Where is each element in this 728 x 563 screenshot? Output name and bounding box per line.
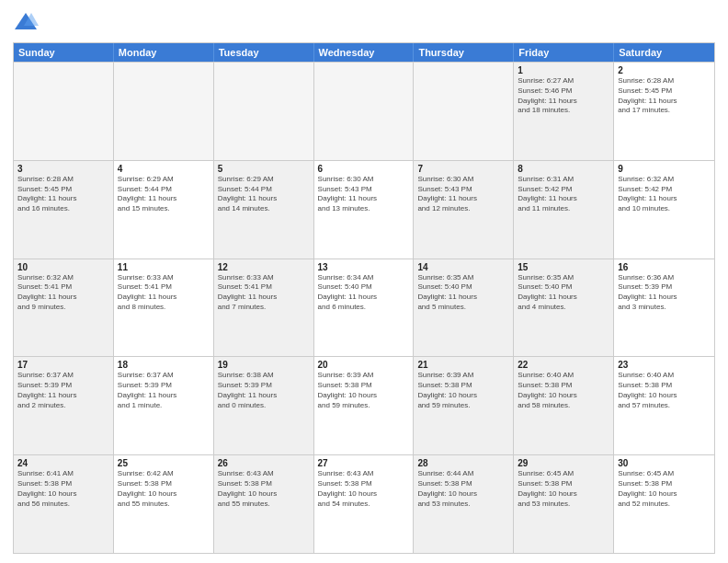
day-number: 4 — [118, 164, 210, 174]
day-info: Sunrise: 6:36 AM Sunset: 5:39 PM Dayligh… — [618, 273, 711, 313]
cal-cell — [14, 63, 114, 160]
cal-header-sunday: Sunday — [14, 43, 114, 62]
day-number: 7 — [417, 164, 509, 174]
cal-cell: 5Sunrise: 6:29 AM Sunset: 5:44 PM Daylig… — [214, 161, 314, 259]
cal-cell: 22Sunrise: 6:40 AM Sunset: 5:38 PM Dayli… — [514, 357, 614, 454]
cal-week-1: 1Sunrise: 6:27 AM Sunset: 5:46 PM Daylig… — [14, 62, 714, 160]
cal-cell: 25Sunrise: 6:42 AM Sunset: 5:38 PM Dayli… — [114, 455, 214, 553]
logo-icon — [13, 9, 39, 35]
cal-header-friday: Friday — [514, 43, 614, 62]
day-number: 20 — [318, 360, 410, 370]
day-number: 22 — [518, 360, 609, 370]
cal-cell: 26Sunrise: 6:43 AM Sunset: 5:38 PM Dayli… — [214, 455, 314, 553]
day-info: Sunrise: 6:33 AM Sunset: 5:41 PM Dayligh… — [118, 273, 210, 313]
day-info: Sunrise: 6:40 AM Sunset: 5:38 PM Dayligh… — [618, 371, 711, 410]
cal-cell: 18Sunrise: 6:37 AM Sunset: 5:39 PM Dayli… — [114, 357, 214, 454]
day-number: 28 — [417, 458, 509, 468]
cal-cell: 17Sunrise: 6:37 AM Sunset: 5:39 PM Dayli… — [14, 357, 114, 454]
day-number: 9 — [618, 164, 711, 174]
day-number: 11 — [118, 262, 210, 272]
day-info: Sunrise: 6:28 AM Sunset: 5:45 PM Dayligh… — [618, 76, 711, 116]
cal-cell: 10Sunrise: 6:32 AM Sunset: 5:41 PM Dayli… — [14, 259, 114, 357]
day-number: 14 — [417, 262, 509, 272]
day-info: Sunrise: 6:29 AM Sunset: 5:44 PM Dayligh… — [118, 175, 210, 214]
day-info: Sunrise: 6:33 AM Sunset: 5:41 PM Dayligh… — [218, 273, 310, 313]
day-number: 29 — [518, 458, 609, 468]
cal-cell: 29Sunrise: 6:45 AM Sunset: 5:38 PM Dayli… — [514, 455, 614, 553]
cal-header-thursday: Thursday — [414, 43, 514, 62]
cal-cell: 13Sunrise: 6:34 AM Sunset: 5:40 PM Dayli… — [314, 259, 415, 357]
cal-cell: 23Sunrise: 6:40 AM Sunset: 5:38 PM Dayli… — [614, 357, 714, 454]
cal-cell: 3Sunrise: 6:28 AM Sunset: 5:45 PM Daylig… — [14, 161, 114, 259]
day-number: 5 — [218, 164, 310, 174]
cal-cell — [214, 63, 314, 160]
day-info: Sunrise: 6:45 AM Sunset: 5:38 PM Dayligh… — [518, 469, 609, 509]
day-info: Sunrise: 6:30 AM Sunset: 5:43 PM Dayligh… — [318, 175, 410, 214]
cal-cell — [314, 63, 415, 160]
cal-cell: 15Sunrise: 6:35 AM Sunset: 5:40 PM Dayli… — [514, 259, 614, 357]
day-info: Sunrise: 6:44 AM Sunset: 5:38 PM Dayligh… — [417, 469, 509, 509]
calendar-header-row: SundayMondayTuesdayWednesdayThursdayFrid… — [14, 43, 714, 62]
calendar: SundayMondayTuesdayWednesdayThursdayFrid… — [13, 42, 715, 554]
cal-week-3: 10Sunrise: 6:32 AM Sunset: 5:41 PM Dayli… — [14, 259, 714, 357]
day-info: Sunrise: 6:32 AM Sunset: 5:41 PM Dayligh… — [17, 273, 109, 313]
cal-cell: 11Sunrise: 6:33 AM Sunset: 5:41 PM Dayli… — [114, 259, 214, 357]
cal-header-wednesday: Wednesday — [314, 43, 415, 62]
day-info: Sunrise: 6:34 AM Sunset: 5:40 PM Dayligh… — [318, 273, 410, 313]
day-number: 1 — [518, 65, 609, 75]
day-info: Sunrise: 6:28 AM Sunset: 5:45 PM Dayligh… — [17, 175, 109, 214]
cal-header-tuesday: Tuesday — [214, 43, 314, 62]
day-info: Sunrise: 6:35 AM Sunset: 5:40 PM Dayligh… — [417, 273, 509, 313]
day-number: 17 — [17, 360, 109, 370]
cal-cell: 21Sunrise: 6:39 AM Sunset: 5:38 PM Dayli… — [414, 357, 514, 454]
cal-cell: 30Sunrise: 6:45 AM Sunset: 5:38 PM Dayli… — [614, 455, 714, 553]
cal-week-4: 17Sunrise: 6:37 AM Sunset: 5:39 PM Dayli… — [14, 356, 714, 454]
cal-cell: 7Sunrise: 6:30 AM Sunset: 5:43 PM Daylig… — [414, 161, 514, 259]
header — [13, 9, 715, 35]
day-number: 12 — [218, 262, 310, 272]
day-info: Sunrise: 6:30 AM Sunset: 5:43 PM Dayligh… — [417, 175, 509, 214]
cal-cell: 24Sunrise: 6:41 AM Sunset: 5:38 PM Dayli… — [14, 455, 114, 553]
day-info: Sunrise: 6:29 AM Sunset: 5:44 PM Dayligh… — [218, 175, 310, 214]
cal-cell: 9Sunrise: 6:32 AM Sunset: 5:42 PM Daylig… — [614, 161, 714, 259]
day-info: Sunrise: 6:41 AM Sunset: 5:38 PM Dayligh… — [17, 469, 109, 509]
cal-cell: 27Sunrise: 6:43 AM Sunset: 5:38 PM Dayli… — [314, 455, 415, 553]
cal-cell: 4Sunrise: 6:29 AM Sunset: 5:44 PM Daylig… — [114, 161, 214, 259]
cal-cell: 6Sunrise: 6:30 AM Sunset: 5:43 PM Daylig… — [314, 161, 415, 259]
day-number: 23 — [618, 360, 711, 370]
day-number: 18 — [118, 360, 210, 370]
cal-header-saturday: Saturday — [614, 43, 714, 62]
day-number: 6 — [318, 164, 410, 174]
day-info: Sunrise: 6:37 AM Sunset: 5:39 PM Dayligh… — [118, 371, 210, 410]
cal-cell: 14Sunrise: 6:35 AM Sunset: 5:40 PM Dayli… — [414, 259, 514, 357]
cal-cell: 1Sunrise: 6:27 AM Sunset: 5:46 PM Daylig… — [514, 63, 614, 160]
day-info: Sunrise: 6:37 AM Sunset: 5:39 PM Dayligh… — [17, 371, 109, 410]
day-number: 26 — [218, 458, 310, 468]
calendar-body: 1Sunrise: 6:27 AM Sunset: 5:46 PM Daylig… — [14, 62, 714, 553]
cal-week-5: 24Sunrise: 6:41 AM Sunset: 5:38 PM Dayli… — [14, 454, 714, 553]
day-number: 19 — [218, 360, 310, 370]
cal-cell: 12Sunrise: 6:33 AM Sunset: 5:41 PM Dayli… — [214, 259, 314, 357]
day-info: Sunrise: 6:42 AM Sunset: 5:38 PM Dayligh… — [118, 469, 210, 509]
page: SundayMondayTuesdayWednesdayThursdayFrid… — [0, 0, 728, 563]
day-number: 15 — [518, 262, 609, 272]
cal-cell — [414, 63, 514, 160]
day-number: 24 — [17, 458, 109, 468]
day-number: 13 — [318, 262, 410, 272]
day-info: Sunrise: 6:32 AM Sunset: 5:42 PM Dayligh… — [618, 175, 711, 214]
cal-cell: 8Sunrise: 6:31 AM Sunset: 5:42 PM Daylig… — [514, 161, 614, 259]
day-number: 2 — [618, 65, 711, 75]
day-number: 16 — [618, 262, 711, 272]
day-info: Sunrise: 6:45 AM Sunset: 5:38 PM Dayligh… — [618, 469, 711, 509]
cal-week-2: 3Sunrise: 6:28 AM Sunset: 5:45 PM Daylig… — [14, 160, 714, 259]
day-info: Sunrise: 6:35 AM Sunset: 5:40 PM Dayligh… — [518, 273, 609, 313]
day-number: 10 — [17, 262, 109, 272]
cal-cell: 19Sunrise: 6:38 AM Sunset: 5:39 PM Dayli… — [214, 357, 314, 454]
day-info: Sunrise: 6:43 AM Sunset: 5:38 PM Dayligh… — [218, 469, 310, 509]
day-number: 30 — [618, 458, 711, 468]
day-info: Sunrise: 6:31 AM Sunset: 5:42 PM Dayligh… — [518, 175, 609, 214]
day-number: 25 — [118, 458, 210, 468]
cal-cell: 16Sunrise: 6:36 AM Sunset: 5:39 PM Dayli… — [614, 259, 714, 357]
day-info: Sunrise: 6:39 AM Sunset: 5:38 PM Dayligh… — [318, 371, 410, 410]
day-info: Sunrise: 6:27 AM Sunset: 5:46 PM Dayligh… — [518, 76, 609, 116]
